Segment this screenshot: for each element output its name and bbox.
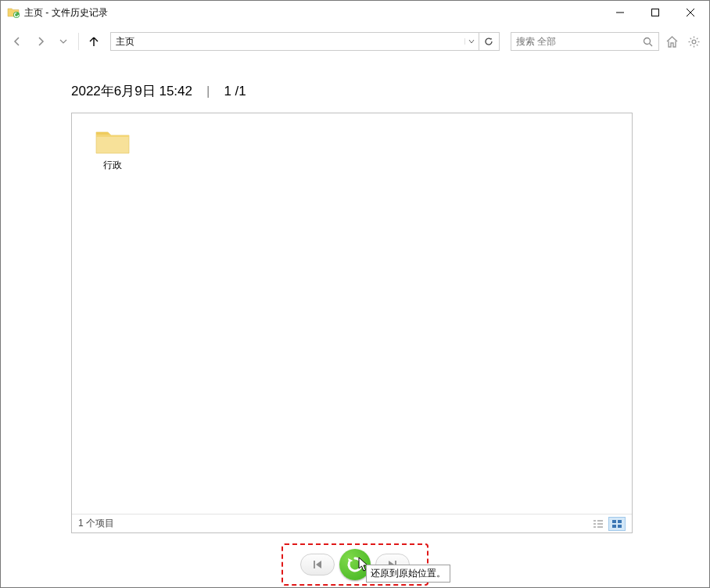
svg-point-2 — [644, 38, 651, 44]
window-controls — [602, 1, 708, 24]
files-area[interactable]: 行政 — [72, 113, 632, 511]
address-input[interactable] — [111, 36, 464, 47]
folder-label: 行政 — [103, 159, 122, 172]
forward-button[interactable] — [30, 30, 51, 52]
previous-version-button[interactable] — [300, 554, 335, 575]
svg-rect-5 — [618, 520, 622, 523]
up-button[interactable] — [84, 30, 104, 52]
svg-rect-1 — [651, 9, 658, 16]
status-bar: 1 个项目 — [72, 514, 632, 532]
address-dropdown[interactable] — [464, 38, 479, 45]
search-box[interactable] — [511, 32, 659, 51]
folder-icon — [95, 127, 131, 156]
refresh-button[interactable] — [479, 32, 500, 51]
gear-icon[interactable] — [686, 32, 703, 51]
window-title: 主页 - 文件历史记录 — [24, 6, 108, 20]
svg-rect-6 — [612, 525, 616, 528]
snapshot-datetime: 2022年6月9日 15:42 — [71, 82, 192, 100]
minimize-button[interactable] — [602, 1, 637, 24]
folder-item[interactable]: 行政 — [83, 124, 142, 175]
svg-point-3 — [693, 40, 697, 44]
view-details-button[interactable] — [590, 517, 607, 531]
search-input[interactable] — [511, 36, 638, 47]
address-bar[interactable] — [110, 32, 479, 51]
back-button[interactable] — [7, 30, 27, 52]
nav-separator — [78, 33, 79, 50]
search-icon[interactable] — [638, 33, 658, 50]
files-frame: 行政 1 个项目 — [71, 113, 633, 533]
restore-tooltip: 还原到原始位置。 — [366, 565, 450, 583]
item-count: 1 个项目 — [78, 517, 114, 530]
svg-rect-7 — [618, 525, 622, 528]
title-bar: 主页 - 文件历史记录 — [1, 1, 709, 24]
recent-dropdown[interactable] — [53, 30, 74, 52]
svg-rect-4 — [612, 520, 616, 523]
date-header: 2022年6月9日 15:42 | 1 /1 — [71, 82, 694, 100]
page-indicator: 1 /1 — [224, 84, 246, 99]
view-icons-button[interactable] — [608, 517, 626, 531]
app-icon — [7, 6, 20, 19]
home-icon[interactable] — [664, 32, 681, 51]
main-content: 2022年6月9日 15:42 | 1 /1 行政 1 个项目 — [1, 82, 709, 533]
maximize-button[interactable] — [637, 1, 672, 24]
navigation-bar — [1, 27, 709, 56]
close-button[interactable] — [672, 1, 708, 24]
